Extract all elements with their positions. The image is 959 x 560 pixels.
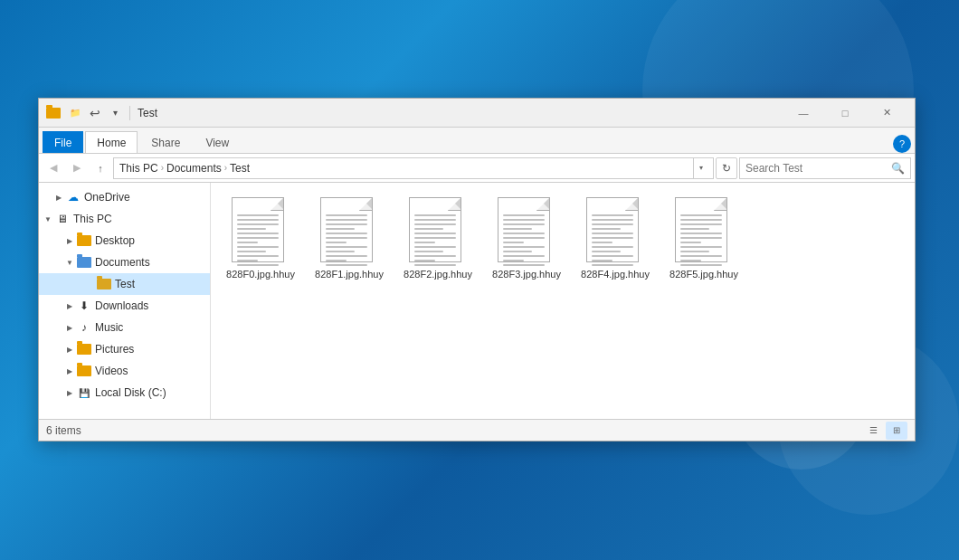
line-4	[680, 228, 709, 230]
title-bar-folder-icon	[46, 106, 61, 120]
line-4	[592, 228, 621, 230]
sidebar: ☁ OneDrive 🖥 This PC Desktop Documents	[39, 183, 211, 419]
forward-button[interactable]: ▶	[66, 157, 88, 179]
file-lines-1	[321, 214, 372, 269]
line-11	[237, 260, 258, 261]
sidebar-label-desktop: Desktop	[95, 234, 135, 247]
expand-documents-arrow	[64, 257, 75, 268]
file-fold-3	[536, 198, 549, 211]
line-5	[414, 233, 456, 234]
help-button[interactable]: ?	[893, 135, 911, 153]
sidebar-item-this-pc[interactable]: 🖥 This PC	[39, 208, 210, 230]
address-bar: ◀ ▶ ↑ This PC › Documents › Test ▾ ↻ 🔍	[39, 154, 915, 183]
file-fold-0	[271, 198, 283, 211]
file-icon-4	[586, 197, 644, 264]
file-item-4[interactable]: 828F4.jpg.hhuy	[574, 192, 656, 286]
quick-access-undo-btn[interactable]: ↩	[86, 104, 104, 122]
line-3	[326, 223, 367, 225]
sidebar-item-desktop[interactable]: Desktop	[39, 230, 210, 252]
maximize-button[interactable]: □	[824, 99, 866, 128]
up-button[interactable]: ↑	[90, 157, 111, 179]
line-10	[326, 255, 367, 257]
line-3	[503, 223, 545, 225]
expand-music-arrow	[64, 322, 75, 333]
file-icon-1	[320, 197, 378, 264]
quick-access-down-btn[interactable]: ▾	[106, 104, 124, 122]
address-path[interactable]: This PC › Documents › Test ▾	[113, 157, 714, 179]
sidebar-item-music[interactable]: ♪ Music	[39, 317, 210, 338]
file-fold-5	[714, 198, 726, 211]
line-2	[414, 219, 456, 221]
line-4	[326, 228, 355, 230]
address-dropdown-button[interactable]: ▾	[693, 157, 707, 179]
sidebar-item-test[interactable]: Test	[39, 273, 210, 295]
line-6	[592, 237, 633, 239]
search-icon[interactable]: 🔍	[891, 162, 905, 175]
line-5	[503, 233, 545, 234]
sidebar-item-videos[interactable]: Videos	[39, 360, 210, 382]
line-12	[503, 264, 545, 266]
desktop-folder-icon	[77, 233, 91, 248]
view-buttons: ☰ ⊞	[862, 422, 907, 440]
path-test: Test	[230, 162, 250, 175]
sidebar-item-local-disk[interactable]: 💾 Local Disk (C:)	[39, 382, 210, 403]
file-name-0: 828F0.jpg.hhuy	[226, 268, 295, 280]
window-title: Test	[138, 107, 783, 119]
file-lines-4	[587, 214, 638, 269]
file-icon-2	[409, 197, 467, 264]
sidebar-item-documents[interactable]: Documents	[39, 252, 210, 273]
quick-access-properties-btn[interactable]: 📁	[66, 104, 84, 122]
sidebar-item-onedrive[interactable]: ☁ OneDrive	[39, 186, 210, 208]
large-icons-view-button[interactable]: ⊞	[886, 422, 907, 440]
line-7	[592, 242, 612, 243]
tab-view[interactable]: View	[194, 131, 241, 153]
file-item-3[interactable]: 828F3.jpg.hhuy	[486, 192, 567, 286]
tab-file[interactable]: File	[43, 131, 83, 153]
search-input[interactable]	[745, 162, 891, 175]
window-controls: — □ ✕	[783, 99, 907, 128]
sidebar-item-downloads[interactable]: ⬇ Downloads	[39, 295, 210, 317]
expand-local-disk-arrow	[64, 387, 75, 398]
music-folder-icon: ♪	[77, 320, 91, 335]
line-3	[680, 223, 722, 225]
tab-home[interactable]: Home	[85, 131, 138, 153]
sidebar-label-documents: Documents	[95, 256, 150, 269]
minimize-button[interactable]: —	[783, 99, 824, 128]
expand-this-pc-arrow	[43, 214, 53, 224]
expand-onedrive-arrow	[53, 192, 64, 203]
main-area: ☁ OneDrive 🖥 This PC Desktop Documents	[39, 183, 915, 419]
line-8	[414, 246, 456, 248]
line-7	[326, 242, 347, 243]
file-explorer-window: 📁 ↩ ▾ Test — □ ✕ File Home Share View ? …	[38, 98, 916, 441]
line-8	[326, 246, 367, 248]
sidebar-label-test: Test	[115, 278, 135, 290]
line-2	[592, 219, 633, 221]
file-name-4: 828F4.jpg.hhuy	[581, 268, 650, 280]
back-button[interactable]: ◀	[43, 157, 64, 179]
line-12	[237, 264, 279, 266]
details-view-button[interactable]: ☰	[862, 422, 884, 440]
tab-share[interactable]: Share	[139, 131, 192, 153]
close-button[interactable]: ✕	[866, 99, 907, 128]
file-page-5	[675, 197, 727, 262]
sidebar-label-onedrive: OneDrive	[84, 191, 130, 204]
file-item-0[interactable]: 828F0.jpg.hhuy	[220, 192, 301, 286]
file-item-5[interactable]: 828F5.jpg.hhuy	[663, 192, 745, 286]
line-7	[237, 242, 258, 243]
expand-desktop-arrow	[64, 235, 75, 246]
status-count: 6 items	[46, 424, 862, 437]
line-12	[592, 264, 633, 266]
line-2	[237, 219, 279, 221]
sidebar-item-pictures[interactable]: Pictures	[39, 338, 210, 360]
file-item-1[interactable]: 828F1.jpg.hhuy	[309, 192, 390, 286]
line-10	[414, 255, 456, 257]
refresh-button[interactable]: ↻	[716, 157, 737, 179]
path-sep-1: ›	[161, 163, 164, 173]
file-item-2[interactable]: 828F2.jpg.hhuy	[397, 192, 479, 286]
title-bar: 📁 ↩ ▾ Test — □ ✕	[39, 99, 915, 128]
line-10	[503, 255, 545, 257]
line-10	[680, 255, 722, 257]
line-4	[414, 228, 443, 230]
search-box[interactable]: 🔍	[739, 157, 911, 179]
line-4	[503, 228, 532, 230]
